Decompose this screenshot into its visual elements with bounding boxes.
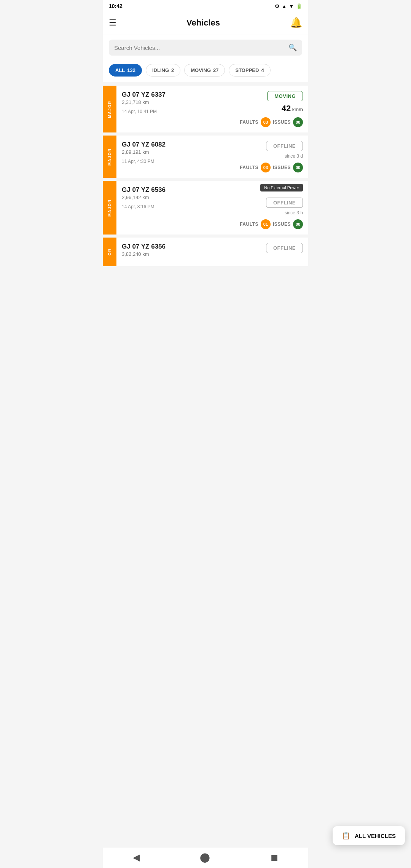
status-icons: ⚙ ▲ ▼ 🔋 <box>275 3 302 9</box>
card-right: OFFLINE <box>242 243 303 253</box>
vehicle-date: 11 Apr, 4:30 PM <box>122 159 240 164</box>
speed-info: 42 km/h <box>282 104 303 113</box>
back-button[interactable]: ◀ <box>133 852 140 863</box>
settings-icon: ⚙ <box>275 3 279 9</box>
plate-number: 6536 <box>151 186 166 193</box>
status-badge: OFFLINE <box>266 243 303 253</box>
faults-count: 03 <box>261 117 271 127</box>
signal-icon: ▼ <box>289 3 294 9</box>
faults-row: FAULTS 03 ISSUES 00 <box>240 163 303 172</box>
faults-label: FAULTS <box>240 222 258 227</box>
plate-number: 6082 <box>151 141 166 148</box>
card-main: GJ 07 YZ 6337 2,31,718 km 14 Apr, 10:41 … <box>122 91 303 127</box>
since-text: since 3 h <box>285 210 303 215</box>
card-right: OFFLINE since 3 d FAULTS 03 ISSUES 00 <box>240 141 303 172</box>
card-left: GJ 07 YZ 6356 3,82,240 km <box>122 243 242 261</box>
wifi-icon: ▲ <box>282 3 287 9</box>
status-badge: OFFLINE <box>266 141 303 151</box>
card-content: GJ 07 YZ 6337 2,31,718 km 14 Apr, 10:41 … <box>116 86 308 132</box>
vehicle-list: MAJOR GJ 07 YZ 6337 2,31,718 km 14 Apr, … <box>103 82 308 270</box>
faults-row: FAULTS 01 ISSUES 00 <box>240 219 303 229</box>
faults-row: FAULTS 03 ISSUES 00 <box>240 117 303 127</box>
tab-moving-count: 27 <box>213 67 218 73</box>
card-left: GJ 07 YZ 6337 2,31,718 km 14 Apr, 10:41 … <box>122 91 240 114</box>
vehicle-card[interactable]: OR GJ 07 YZ 6356 3,82,240 km OFFLINE <box>103 238 308 266</box>
card-main: GJ 07 YZ 6356 3,82,240 km OFFLINE <box>122 243 303 261</box>
card-left: GJ 07 YZ 6536 2,96,142 km 14 Apr, 8:16 P… <box>122 186 240 209</box>
issues-label: ISSUES <box>273 120 291 125</box>
vehicle-km: 2,31,718 km <box>122 99 240 105</box>
tab-idling-label: IDLING <box>152 67 169 73</box>
battery-icon: 🔋 <box>296 3 302 9</box>
card-right: OFFLINE since 3 h FAULTS 01 ISSUES 00 <box>240 186 303 229</box>
issues-label: ISSUES <box>273 222 291 227</box>
tab-idling-count: 2 <box>171 67 174 73</box>
tab-idling[interactable]: IDLING 2 <box>146 64 180 77</box>
speed-value: 42 <box>282 104 291 113</box>
faults-count: 03 <box>261 163 271 172</box>
vehicle-id: GJ 07 YZ 6356 <box>122 243 242 251</box>
faults-label: FAULTS <box>240 165 258 170</box>
vehicle-card[interactable]: MAJOR GJ 07 YZ 6082 2,89,191 km 11 Apr, … <box>103 136 308 178</box>
notification-bell-icon[interactable]: 🔔 <box>290 17 302 29</box>
status-badge: MOVING <box>267 91 303 101</box>
plate-prefix: GJ 07 YZ <box>122 141 149 148</box>
card-right: MOVING 42 km/h FAULTS 03 ISSUES 00 <box>240 91 303 127</box>
status-badge: OFFLINE <box>266 198 303 208</box>
status-bar: 10:42 ⚙ ▲ ▼ 🔋 <box>103 0 308 12</box>
search-input[interactable] <box>114 45 285 51</box>
vehicle-id: GJ 07 YZ 6536 <box>122 186 240 194</box>
card-content: GJ 07 YZ 6082 2,89,191 km 11 Apr, 4:30 P… <box>116 136 308 178</box>
severity-label: MAJOR <box>103 86 116 132</box>
vehicle-km: 2,96,142 km <box>122 195 240 200</box>
home-button[interactable]: ⬤ <box>200 852 210 863</box>
card-left: GJ 07 YZ 6082 2,89,191 km 11 Apr, 4:30 P… <box>122 141 240 164</box>
search-container: 🔍 <box>103 35 308 60</box>
search-button[interactable]: 🔍 <box>288 43 297 52</box>
severity-label: OR <box>103 238 116 266</box>
page-title: Vehicles <box>186 18 220 28</box>
vehicle-id: GJ 07 YZ 6082 <box>122 141 240 148</box>
issues-count: 00 <box>293 117 303 127</box>
tab-stopped[interactable]: STOPPED 4 <box>229 64 270 77</box>
vehicle-card[interactable]: No External Power MAJOR GJ 07 YZ 6536 2,… <box>103 181 308 235</box>
tab-moving[interactable]: MOVING 27 <box>184 64 225 77</box>
tab-all-count: 132 <box>127 67 135 73</box>
vehicle-date: 14 Apr, 8:16 PM <box>122 204 240 209</box>
plate-prefix: GJ 07 YZ <box>122 243 149 250</box>
tooltip-badge: No External Power <box>260 184 303 191</box>
header: ☰ Vehicles 🔔 <box>103 12 308 35</box>
plate-prefix: GJ 07 YZ <box>122 186 149 193</box>
faults-count: 01 <box>261 219 271 229</box>
card-main: GJ 07 YZ 6536 2,96,142 km 14 Apr, 8:16 P… <box>122 186 303 229</box>
vehicle-date: 14 Apr, 10:41 PM <box>122 109 240 114</box>
issues-count: 00 <box>293 219 303 229</box>
tab-all-label: ALL <box>115 67 125 73</box>
tab-moving-label: MOVING <box>191 67 211 73</box>
tab-stopped-count: 4 <box>261 67 264 73</box>
vehicle-card[interactable]: MAJOR GJ 07 YZ 6337 2,31,718 km 14 Apr, … <box>103 86 308 132</box>
plate-prefix: GJ 07 YZ <box>122 91 149 98</box>
menu-icon[interactable]: ☰ <box>109 18 116 28</box>
issues-count: 00 <box>293 163 303 172</box>
speed-unit: km/h <box>292 107 303 112</box>
tab-all[interactable]: ALL 132 <box>109 64 142 77</box>
severity-label: MAJOR <box>103 181 116 235</box>
since-text: since 3 d <box>285 153 303 159</box>
search-bar: 🔍 <box>109 40 302 56</box>
faults-label: FAULTS <box>240 120 258 125</box>
bottom-nav: ◀ ⬤ ◼ <box>103 848 308 868</box>
vehicle-id: GJ 07 YZ 6337 <box>122 91 240 99</box>
card-main: GJ 07 YZ 6082 2,89,191 km 11 Apr, 4:30 P… <box>122 141 303 172</box>
vehicle-km: 3,82,240 km <box>122 251 242 257</box>
filter-tabs: ALL 132 IDLING 2 MOVING 27 STOPPED 4 <box>103 60 308 82</box>
recent-button[interactable]: ◼ <box>271 852 278 863</box>
plate-number: 6337 <box>151 91 166 98</box>
tab-stopped-label: STOPPED <box>235 67 259 73</box>
plate-number: 6356 <box>151 243 166 250</box>
card-content: GJ 07 YZ 6356 3,82,240 km OFFLINE <box>116 238 308 266</box>
severity-label: MAJOR <box>103 136 116 178</box>
vehicle-km: 2,89,191 km <box>122 149 240 155</box>
status-time: 10:42 <box>109 3 123 9</box>
issues-label: ISSUES <box>273 165 291 170</box>
